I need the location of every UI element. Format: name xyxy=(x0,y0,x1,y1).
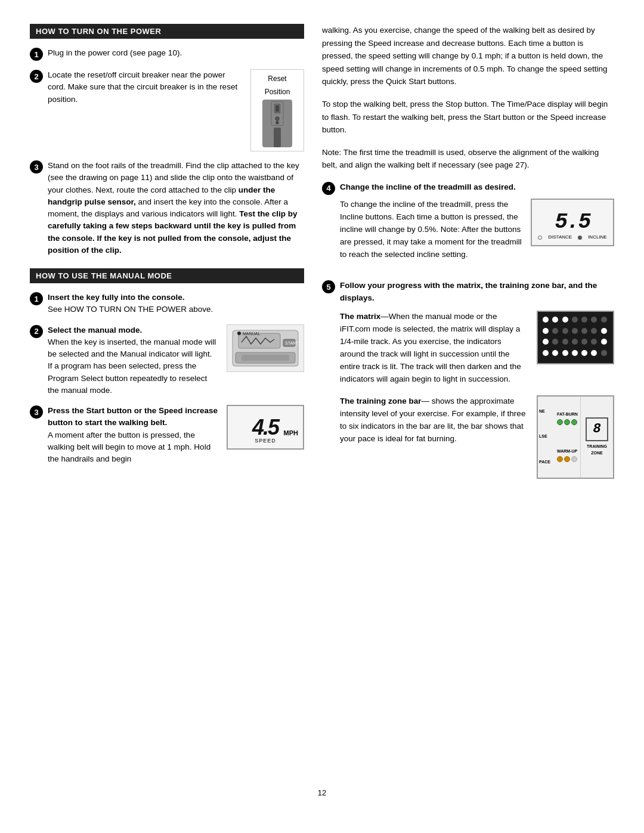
speed-unit: MPH xyxy=(284,428,298,438)
right-para-3: Note: The first time the treadmill is us… xyxy=(322,146,614,172)
step-number-3: 3 xyxy=(30,160,43,174)
reset-label-line1: Reset xyxy=(255,73,300,84)
label-ne: NE xyxy=(539,408,553,415)
matrix-image xyxy=(537,311,614,364)
incline-value: 5.5 xyxy=(555,212,590,233)
distance-label: DISTANCE xyxy=(548,234,572,241)
power-step-1: 1 Plug in the power cord (see page 10). xyxy=(30,47,304,61)
right-column: walking. As you exercise, change the spe… xyxy=(322,24,614,776)
power-step-1-text: Plug in the power cord (see page 10). xyxy=(48,47,304,59)
manual-step-number-2: 2 xyxy=(30,325,43,338)
incline-labels: DISTANCE INCLINE xyxy=(538,234,606,241)
reset-position-image: Reset Position xyxy=(250,69,304,151)
manual-step-3-text: Press the Start button or the Speed incr… xyxy=(48,405,218,465)
right-para-1: walking. As you exercise, change the spe… xyxy=(322,24,614,88)
manual-step-1: 1 Insert the key fully into the console.… xyxy=(30,292,304,316)
training-zone-image: NE LSE PACE FAT-BURN xyxy=(537,395,614,479)
svg-rect-12 xyxy=(242,355,289,361)
reset-label-line2: Position xyxy=(255,86,300,97)
manual-step-3: 3 Press the Start button or the Speed in… xyxy=(30,405,304,465)
power-step-3-text: Stand on the foot rails of the treadmill… xyxy=(48,160,304,256)
manual-step-number-3: 3 xyxy=(30,405,43,419)
right-step-5-label: Follow your progress with the matrix, th… xyxy=(340,281,597,302)
manual-step-3-content: Press the Start button or the Speed incr… xyxy=(48,405,304,465)
manual-step-2-content: Select the manual mode. When the key is … xyxy=(48,324,304,397)
matrix-text: The matrix—When the manual mode or the i… xyxy=(340,311,528,386)
power-step-2-content: Locate the reset/off circuit breaker nea… xyxy=(48,69,304,151)
label-lse: LSE xyxy=(539,433,553,440)
svg-point-4 xyxy=(275,121,278,124)
right-step-5-content: Follow your progress with the matrix, th… xyxy=(340,280,614,488)
right-step-4-content: Change the incline of the treadmill as d… xyxy=(340,181,614,271)
manual-step-number-1: 1 xyxy=(30,292,43,305)
speed-display: 4.5 MPH SPEED xyxy=(227,405,304,450)
incline-display: 5.5 DISTANCE INCLINE xyxy=(531,199,614,246)
page: HOW TO TURN ON THE POWER 1 Plug in the p… xyxy=(0,0,644,833)
incline-label: INCLINE xyxy=(588,234,607,241)
training-zone-value: 8 xyxy=(586,417,608,441)
manual-step-2-text: Select the manual mode. When the key is … xyxy=(48,324,218,397)
manual-step-2: 2 Select the manual mode. When the key i… xyxy=(30,324,304,397)
section-manual: HOW TO USE THE MANUAL MODE 1 Insert the … xyxy=(30,268,304,465)
svg-rect-2 xyxy=(275,106,278,112)
section-power-header: HOW TO TURN ON THE POWER xyxy=(30,24,304,39)
manual-step-1-label: Insert the key fully into the console. xyxy=(48,293,185,302)
right-step-4-text: To change the incline of the treadmill, … xyxy=(340,199,522,261)
manual-step-3-label: Press the Start button or the Speed incr… xyxy=(48,406,218,427)
svg-text:START: START xyxy=(285,341,299,345)
left-column: HOW TO TURN ON THE POWER 1 Plug in the p… xyxy=(30,24,304,776)
svg-point-7 xyxy=(237,332,241,335)
incline-dot xyxy=(578,236,582,240)
manual-step-1-subtext: See HOW TO TURN ON THE POWER above. xyxy=(48,305,213,314)
distance-dot xyxy=(538,236,542,240)
svg-point-3 xyxy=(275,117,280,121)
training-header: The training zone bar xyxy=(340,397,422,405)
step-number-1: 1 xyxy=(30,48,43,61)
step-number-2: 2 xyxy=(30,70,43,83)
training-text: The training zone bar— shows the approxi… xyxy=(340,395,528,445)
right-para-2: To stop the walking belt, press the Stop… xyxy=(322,98,614,137)
manual-step-1-content: Insert the key fully into the console. S… xyxy=(48,292,304,316)
section-power: HOW TO TURN ON THE POWER 1 Plug in the p… xyxy=(30,24,304,256)
power-step-2-text: Locate the reset/off circuit breaker nea… xyxy=(48,69,242,106)
right-step-number-4: 4 xyxy=(322,182,335,195)
manual-mode-image: MANUAL START xyxy=(227,324,304,372)
right-step-number-5: 5 xyxy=(322,280,335,293)
power-step-2: 2 Locate the reset/off circuit breaker n… xyxy=(30,69,304,151)
speed-label: SPEED xyxy=(255,437,276,445)
page-number: 12 xyxy=(30,788,614,797)
matrix-header: The matrix xyxy=(340,312,380,321)
speed-value: 4.5 xyxy=(252,417,278,438)
right-step-4: 4 Change the incline of the treadmill as… xyxy=(322,181,614,271)
label-pace: PACE xyxy=(539,459,553,466)
svg-text:MANUAL: MANUAL xyxy=(243,332,260,336)
right-step-5: 5 Follow your progress with the matrix, … xyxy=(322,280,614,488)
section-manual-header: HOW TO USE THE MANUAL MODE xyxy=(30,268,304,283)
right-step-4-label: Change the incline of the treadmill as d… xyxy=(340,182,516,191)
power-step-3: 3 Stand on the foot rails of the treadmi… xyxy=(30,160,304,256)
reset-device-icon xyxy=(262,100,292,147)
